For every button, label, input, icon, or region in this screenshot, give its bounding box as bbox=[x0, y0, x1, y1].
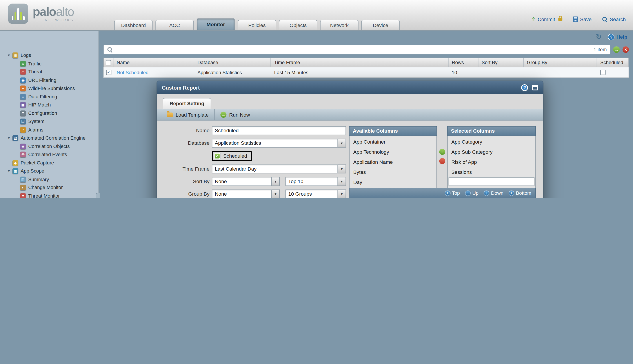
help-button[interactable]: ? Help bbox=[608, 34, 627, 40]
brand-name: paloalto bbox=[33, 6, 74, 18]
chevron-down-icon[interactable]: ▼ bbox=[338, 177, 346, 186]
available-column-item[interactable]: App Technology bbox=[350, 147, 437, 157]
reorder-down-button[interactable]: ↓Down bbox=[484, 190, 503, 196]
column-move-buttons: + − bbox=[437, 126, 447, 188]
clear-filter-button[interactable]: × bbox=[622, 46, 629, 53]
tab-dashboard[interactable]: Dashboard bbox=[114, 20, 152, 30]
column-header-sort-by[interactable]: Sort By bbox=[479, 58, 524, 67]
database-label: Database bbox=[157, 140, 209, 146]
sidebar-item-summary[interactable]: ▥Summary bbox=[0, 175, 98, 184]
tab-acc[interactable]: ACC bbox=[155, 20, 194, 30]
row-cell-name[interactable]: Not Scheduled bbox=[113, 68, 194, 78]
tree-expander-icon[interactable]: ▼ bbox=[6, 54, 11, 57]
run-now-button[interactable]: → Run Now bbox=[215, 109, 256, 120]
sidebar-item-change-monitor[interactable]: ◐Change Monitor bbox=[0, 184, 98, 192]
dialog-minimize-icon[interactable] bbox=[532, 85, 538, 90]
name-input[interactable] bbox=[212, 126, 346, 135]
sidebar-item-threat-monitor[interactable]: ▼Threat Monitor bbox=[0, 192, 98, 198]
group-by-value: None bbox=[212, 190, 272, 198]
available-column-item[interactable]: Day bbox=[350, 177, 437, 187]
column-header-time-frame[interactable]: Time Frame bbox=[271, 58, 448, 67]
sidebar-item-correlation-objects[interactable]: ◈Correlation Objects bbox=[0, 142, 98, 150]
sidebar-item-system[interactable]: ▤System bbox=[0, 117, 98, 126]
sidebar-item-configuration[interactable]: ⚙Configuration bbox=[0, 109, 98, 118]
refresh-icon[interactable]: ↻ bbox=[596, 34, 601, 40]
save-button[interactable]: Save bbox=[573, 16, 591, 22]
sidebar-item-label: System bbox=[28, 118, 44, 124]
sidebar-item-correlated-events[interactable]: ◎Correlated Events bbox=[0, 150, 98, 159]
sort-top-select[interactable]: Top 10 ▼ bbox=[286, 177, 346, 186]
apply-filter-button[interactable]: → bbox=[613, 46, 619, 53]
chevron-down-icon[interactable]: ▼ bbox=[338, 164, 346, 173]
sidebar-item-data-filtering[interactable]: ≡Data Filtering bbox=[0, 93, 98, 101]
help-icon: ? bbox=[608, 34, 614, 40]
group-count-select[interactable]: 10 Groups ▼ bbox=[286, 190, 346, 198]
selected-column-item[interactable]: App Category bbox=[448, 137, 535, 147]
tab-network[interactable]: Network bbox=[320, 20, 358, 30]
select-all-checkbox[interactable] bbox=[106, 60, 111, 65]
chevron-down-icon[interactable]: ▼ bbox=[338, 190, 346, 198]
load-template-button[interactable]: Load Template bbox=[161, 109, 215, 120]
selected-column-item[interactable]: App Sub Category bbox=[448, 147, 535, 157]
available-column-item[interactable]: Application Name bbox=[350, 157, 437, 167]
sidebar-item-label: Correlation Objects bbox=[28, 143, 70, 149]
search-button[interactable]: Search bbox=[602, 16, 626, 22]
time-frame-select[interactable]: Last Calendar Day ▼ bbox=[212, 164, 346, 173]
remove-column-button[interactable]: − bbox=[439, 158, 445, 164]
primary-tabs: DashboardACCMonitorPoliciesObjectsNetwor… bbox=[114, 18, 400, 30]
sidebar-item-alarms[interactable]: ◔Alarms bbox=[0, 126, 98, 134]
database-select[interactable]: Application Statistics ▼ bbox=[212, 139, 346, 148]
configuration-icon: ⚙ bbox=[20, 110, 26, 116]
column-header-database[interactable]: Database bbox=[194, 58, 271, 67]
commit-button[interactable]: ⇑ Commit bbox=[531, 16, 562, 22]
scheduled-checkbox[interactable]: ✓ bbox=[214, 153, 220, 159]
row-checkbox[interactable]: ✓ bbox=[106, 70, 111, 75]
sidebar-item-app-scope[interactable]: ▼▦App Scope bbox=[0, 167, 98, 175]
column-header-rows[interactable]: Rows bbox=[449, 58, 479, 67]
tab-report-setting[interactable]: Report Setting bbox=[163, 98, 211, 109]
tab-objects[interactable]: Objects bbox=[279, 20, 317, 30]
reorder-top-button[interactable]: ↟Top bbox=[445, 190, 460, 196]
sidebar-item-wildfire-submissions[interactable]: ✶WildFire Submissions bbox=[0, 84, 98, 93]
sidebar-item-hip-match[interactable]: ▣HIP Match bbox=[0, 101, 98, 109]
column-header-group-by[interactable]: Group By bbox=[524, 58, 597, 67]
sidebar-item-logs[interactable]: ▼▦Logs bbox=[0, 51, 98, 60]
add-column-button[interactable]: + bbox=[439, 149, 445, 155]
tab-policies[interactable]: Policies bbox=[238, 20, 276, 30]
report-row[interactable]: ✓Not ScheduledApplication StatisticsLast… bbox=[103, 68, 629, 78]
available-column-item[interactable]: App Container bbox=[350, 137, 437, 147]
chevron-down-icon[interactable]: ▼ bbox=[272, 177, 280, 186]
header-select-cell bbox=[104, 58, 113, 67]
selected-column-item[interactable]: Risk of App bbox=[448, 157, 535, 167]
scheduled-label: Scheduled bbox=[223, 153, 247, 159]
tab-monitor[interactable]: Monitor bbox=[196, 18, 235, 30]
column-header-scheduled[interactable]: Scheduled bbox=[597, 58, 628, 67]
tab-device[interactable]: Device bbox=[361, 20, 399, 30]
dialog-titlebar[interactable]: Custom Report ? bbox=[157, 81, 543, 94]
selected-column-item[interactable]: Sessions bbox=[448, 167, 535, 177]
sidebar-item-url-filtering[interactable]: ◉URL Filtering bbox=[0, 76, 98, 84]
available-column-item[interactable]: Bytes bbox=[350, 167, 437, 177]
chevron-down-icon[interactable]: ▼ bbox=[338, 139, 346, 148]
column-header-label: Group By bbox=[527, 60, 547, 66]
chevron-down-icon[interactable]: ▼ bbox=[272, 190, 280, 198]
filter-search-input[interactable] bbox=[115, 46, 591, 53]
sort-by-label: Sort By bbox=[157, 179, 209, 184]
sidebar-item-packet-capture[interactable]: ◆Packet Capture bbox=[0, 159, 98, 167]
group-by-select[interactable]: None ▼ bbox=[212, 190, 280, 198]
correlated-events-icon: ◎ bbox=[20, 152, 26, 158]
reorder-up-button[interactable]: ↑Up bbox=[465, 190, 479, 196]
sidebar-item-label: Automated Correlation Engine bbox=[21, 135, 86, 141]
tree-expander-icon[interactable]: ▼ bbox=[6, 136, 11, 140]
sidebar-item-automated-correlation-engine[interactable]: ▼▧Automated Correlation Engine bbox=[0, 134, 98, 142]
row-scheduled-checkbox[interactable] bbox=[600, 70, 605, 75]
sort-by-select[interactable]: None ▼ bbox=[212, 177, 280, 186]
selected-column-edit-field[interactable] bbox=[449, 178, 535, 186]
sidebar-item-traffic[interactable]: ≋Traffic bbox=[0, 60, 98, 68]
dialog-help-icon[interactable]: ? bbox=[521, 84, 528, 91]
lock-icon bbox=[558, 18, 562, 21]
column-header-name[interactable]: Name bbox=[113, 58, 194, 67]
reorder-bottom-button[interactable]: ↡Bottom bbox=[509, 190, 531, 196]
sidebar-item-threat[interactable]: ⚠Threat bbox=[0, 68, 98, 76]
tree-expander-icon[interactable]: ▼ bbox=[6, 169, 11, 173]
